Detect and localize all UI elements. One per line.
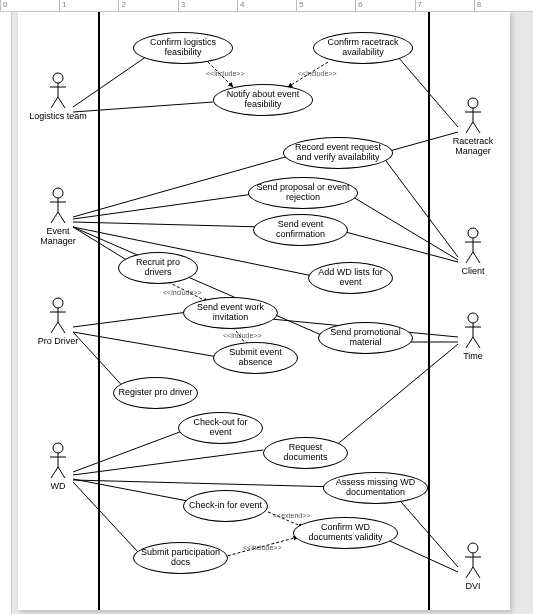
usecase-send-work-invitation[interactable]: Send event work invitation [183, 297, 278, 329]
usecase-submit-participation[interactable]: Submit participation docs [133, 542, 228, 574]
person-icon [47, 297, 69, 335]
actor-label: DVI [443, 582, 503, 592]
svg-point-42 [53, 298, 63, 308]
ruler-tick: 2 [118, 0, 177, 11]
vertical-ruler [0, 12, 12, 614]
actor-label: Event Manager [28, 227, 88, 247]
svg-point-62 [468, 313, 478, 323]
svg-line-40 [51, 212, 58, 223]
svg-line-65 [466, 337, 473, 348]
usecase-label: Confirm racetrack availability [318, 38, 408, 58]
svg-line-56 [473, 122, 480, 133]
svg-line-35 [51, 97, 58, 108]
usecase-record-request[interactable]: Record event request and verify availabi… [283, 137, 393, 169]
svg-line-70 [466, 567, 473, 578]
stereotype-include: <<include>> [298, 70, 337, 77]
svg-point-67 [468, 543, 478, 553]
usecase-label: Check-in for event [189, 501, 262, 511]
actor-racetrack-manager[interactable]: Racetrack Manager [443, 97, 503, 157]
svg-point-52 [468, 98, 478, 108]
svg-point-37 [53, 188, 63, 198]
horizontal-ruler: 0 1 2 3 4 5 6 7 8 [0, 0, 533, 12]
actor-label: Client [443, 267, 503, 277]
stereotype-include: <<include>> [206, 70, 245, 77]
usecase-label: Confirm WD documents validity [298, 523, 393, 543]
stereotype-include: <<include>> [243, 544, 282, 551]
actor-event-manager[interactable]: Event Manager [28, 187, 88, 247]
usecase-checkout[interactable]: Check-out for event [178, 412, 263, 444]
actor-label: Logistics team [28, 112, 88, 122]
svg-line-50 [51, 467, 58, 478]
usecase-label: Submit event absence [218, 348, 293, 368]
usecase-register-pro-driver[interactable]: Register pro driver [113, 377, 198, 409]
ruler-tick: 5 [296, 0, 355, 11]
person-icon [462, 97, 484, 135]
usecase-label: Register pro driver [118, 388, 192, 398]
svg-point-47 [53, 443, 63, 453]
stereotype-extend: <<extend>> [273, 512, 310, 519]
usecase-send-promotional[interactable]: Send promotional material [318, 322, 413, 354]
svg-line-55 [466, 122, 473, 133]
usecase-add-wd-lists[interactable]: Add WD lists for event [308, 262, 393, 294]
usecase-confirm-wd-docs[interactable]: Confirm WD documents validity [293, 517, 398, 549]
actor-label: WD [28, 482, 88, 492]
person-icon [462, 312, 484, 350]
person-icon [47, 442, 69, 480]
svg-line-45 [51, 322, 58, 333]
usecase-label: Request documents [268, 443, 343, 463]
usecase-label: Send event confirmation [258, 220, 343, 240]
ruler-tick: 6 [355, 0, 414, 11]
usecase-label: Submit participation docs [138, 548, 223, 568]
usecase-submit-absence[interactable]: Submit event absence [213, 342, 298, 374]
ruler-tick: 7 [415, 0, 474, 11]
usecase-send-confirmation[interactable]: Send event confirmation [253, 214, 348, 246]
ruler-tick: 8 [474, 0, 533, 11]
person-icon [47, 187, 69, 225]
usecase-label: Add WD lists for event [313, 268, 388, 288]
actor-wd[interactable]: WD [28, 442, 88, 492]
svg-line-46 [58, 322, 65, 333]
svg-point-32 [53, 73, 63, 83]
usecase-recruit-pro-drivers[interactable]: Recruit pro drivers [118, 252, 198, 284]
svg-line-60 [466, 252, 473, 263]
svg-point-57 [468, 228, 478, 238]
stereotype-include: <<include>> [163, 289, 202, 296]
usecase-label: Notify about event feasibility [218, 90, 308, 110]
actor-pro-driver[interactable]: Pro Driver [28, 297, 88, 347]
ruler-tick: 0 [0, 0, 59, 11]
usecase-label: Send promotional material [323, 328, 408, 348]
svg-line-41 [58, 212, 65, 223]
actor-client[interactable]: Client [443, 227, 503, 277]
person-icon [47, 72, 69, 110]
usecase-confirm-racetrack[interactable]: Confirm racetrack availability [313, 32, 413, 64]
usecase-assess-missing-docs[interactable]: Assess missing WD documentation [323, 472, 428, 504]
svg-line-51 [58, 467, 65, 478]
usecase-request-documents[interactable]: Request documents [263, 437, 348, 469]
usecase-label: Send proposal or event rejection [253, 183, 353, 203]
actor-time[interactable]: Time [443, 312, 503, 362]
usecase-checkin[interactable]: Check-in for event [183, 490, 268, 522]
svg-line-71 [473, 567, 480, 578]
actor-logistics-team[interactable]: Logistics team [28, 72, 88, 122]
actor-label: Time [443, 352, 503, 362]
usecase-confirm-logistics[interactable]: Confirm logistics feasibility [133, 32, 233, 64]
person-icon [462, 227, 484, 265]
usecase-label: Recruit pro drivers [123, 258, 193, 278]
usecase-notify[interactable]: Notify about event feasibility [213, 84, 313, 116]
usecase-label: Record event request and verify availabi… [288, 143, 388, 163]
usecase-label: Check-out for event [183, 418, 258, 438]
diagram-canvas[interactable]: Logistics team Event Manager Pro Driver … [18, 12, 510, 610]
actor-dvi[interactable]: DVI [443, 542, 503, 592]
usecase-label: Send event work invitation [188, 303, 273, 323]
ruler-tick: 3 [178, 0, 237, 11]
ruler-tick: 1 [59, 0, 118, 11]
svg-line-61 [473, 252, 480, 263]
person-icon [462, 542, 484, 580]
svg-line-66 [473, 337, 480, 348]
usecase-send-proposal[interactable]: Send proposal or event rejection [248, 177, 358, 209]
usecase-label: Assess missing WD documentation [328, 478, 423, 498]
actor-label: Racetrack Manager [443, 137, 503, 157]
ruler-tick: 4 [237, 0, 296, 11]
svg-line-36 [58, 97, 65, 108]
actor-label: Pro Driver [28, 337, 88, 347]
